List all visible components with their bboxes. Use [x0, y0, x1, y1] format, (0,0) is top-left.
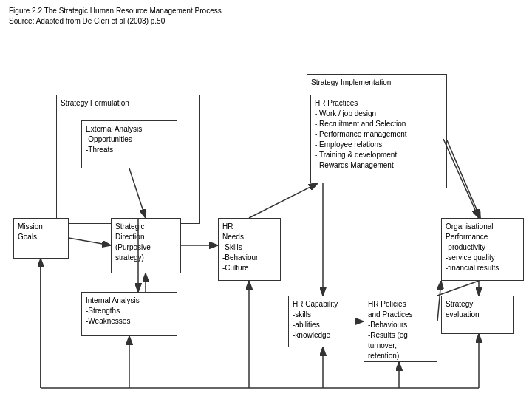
svg-line-4: [249, 183, 318, 218]
figure-caption: Figure 2.2 The Strategic Human Resource …: [9, 6, 222, 27]
organisational-performance-box: OrganisationalPerformance-productivity-s…: [441, 218, 524, 281]
internal-analysis-box: Internal Analysis-Strengths-Weaknesses: [81, 292, 177, 336]
svg-line-12: [437, 281, 479, 296]
mission-goals-label: MissionGoals: [18, 222, 43, 241]
hr-policies-box: HR Policiesand Practices-Behaviours-Resu…: [364, 296, 437, 362]
strategy-evaluation-label: Strategyevaluation: [446, 300, 480, 318]
hr-capability-label: HR Capability-skills-abilities-knowledge: [293, 300, 338, 339]
organisational-performance-label: OrganisationalPerformance-productivity-s…: [446, 222, 499, 272]
strategic-direction-box: StrategicDirection(Purposivestrategy): [111, 218, 181, 273]
svg-line-22: [443, 139, 479, 218]
hr-practices-box: HR Practices- Work / job design- Recruit…: [310, 95, 443, 183]
external-analysis-box: External Analysis-Opportunities-Threats: [81, 120, 177, 168]
external-analysis-label: External Analysis-Opportunities-Threats: [86, 125, 142, 154]
strategic-direction-label: StrategicDirection(Purposivestrategy): [115, 222, 151, 262]
hr-practices-label: HR Practices- Work / job design- Recruit…: [315, 99, 407, 169]
svg-line-24: [447, 140, 480, 218]
hr-needs-label: HRNeeds-Skills-Behaviour-Culture: [222, 222, 258, 272]
internal-analysis-label: Internal Analysis-Strengths-Weaknesses: [86, 296, 140, 325]
hr-capability-box: HR Capability-skills-abilities-knowledge: [288, 296, 358, 347]
strategy-evaluation-box: Strategyevaluation: [441, 296, 514, 334]
hr-policies-label: HR Policiesand Practices-Behaviours-Resu…: [368, 300, 413, 360]
svg-line-2: [69, 238, 111, 245]
hr-needs-box: HRNeeds-Skills-Behaviour-Culture: [218, 218, 281, 281]
strategy-formulation-label: Strategy Formulation: [61, 99, 129, 107]
mission-goals-box: MissionGoals: [13, 218, 69, 259]
strategy-implementation-label: Strategy Implementation: [311, 78, 391, 86]
